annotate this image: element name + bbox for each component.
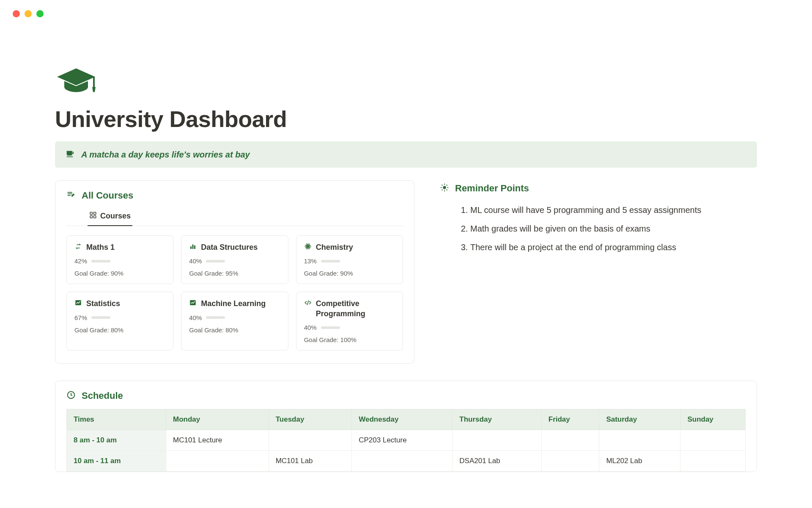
sun-icon <box>440 183 449 194</box>
course-card[interactable]: Machine Learning40%Goal Grade: 80% <box>181 292 288 351</box>
svg-rect-1 <box>90 212 92 214</box>
courses-panel: All Courses Courses Maths 142%Goal Grade… <box>55 180 414 364</box>
window-zoom-button[interactable] <box>36 10 44 17</box>
courses-tab-bar: Courses <box>66 208 403 226</box>
schedule-body: 8 am - 10 amMC101 LectureCP203 Lecture10… <box>67 430 746 472</box>
schedule-cell[interactable] <box>599 430 680 451</box>
reminders-heading: Reminder Points <box>455 183 529 194</box>
schedule-cell[interactable]: MC101 Lecture <box>166 430 269 451</box>
course-name: Maths 1 <box>86 243 115 252</box>
clock-icon <box>66 390 76 401</box>
course-progress-percent: 42% <box>74 257 87 265</box>
schedule-cell[interactable] <box>680 451 746 472</box>
bar-chart-icon <box>189 243 197 252</box>
course-name: Chemistry <box>316 243 353 252</box>
schedule-column-header: Friday <box>541 409 599 430</box>
reminder-item: ML course will have 5 programming and 5 … <box>470 201 757 219</box>
schedule-cell[interactable] <box>453 430 541 451</box>
schedule-cell[interactable] <box>352 451 453 472</box>
course-goal-grade: Goal Grade: 90% <box>304 270 395 277</box>
schedule-row: 8 am - 10 amMC101 LectureCP203 Lecture <box>67 430 746 451</box>
svg-rect-7 <box>194 246 195 249</box>
course-progress-bar <box>206 260 225 262</box>
schedule-cell[interactable]: DSA201 Lab <box>453 451 541 472</box>
course-progress-bar <box>91 316 110 319</box>
course-card[interactable]: Competitive Programming40%Goal Grade: 10… <box>296 292 403 351</box>
course-name: Data Structures <box>201 243 258 252</box>
window-minimize-button[interactable] <box>25 10 32 17</box>
course-progress-bar <box>206 316 225 319</box>
svg-line-20 <box>447 190 447 190</box>
course-goal-grade: Goal Grade: 100% <box>304 336 395 343</box>
schedule-column-header: Tuesday <box>269 409 352 430</box>
line-chart-icon <box>189 299 197 308</box>
course-progress-percent: 40% <box>304 324 317 331</box>
schedule-column-header: Thursday <box>453 409 541 430</box>
svg-line-21 <box>442 190 442 190</box>
course-progress-percent: 13% <box>304 257 317 265</box>
tab-courses-label: Courses <box>100 212 131 221</box>
course-grid: Maths 142%Goal Grade: 90%Data Structures… <box>66 235 403 351</box>
coffee-icon <box>65 149 74 160</box>
schedule-time-cell: 10 am - 11 am <box>67 451 166 472</box>
svg-line-22 <box>447 185 447 185</box>
course-card[interactable]: Chemistry13%Goal Grade: 90% <box>296 235 403 284</box>
course-card[interactable]: Statistics67%Goal Grade: 80% <box>66 292 173 351</box>
course-progress-percent: 67% <box>74 314 87 321</box>
course-goal-grade: Goal Grade: 80% <box>189 326 280 334</box>
course-progress-bar <box>321 326 340 329</box>
svg-rect-5 <box>190 246 192 249</box>
page-icon-graduation-cap <box>55 64 757 97</box>
schedule-column-header: Saturday <box>599 409 680 430</box>
code-icon <box>304 299 312 308</box>
course-progress-percent: 40% <box>189 314 202 321</box>
svg-rect-2 <box>94 212 96 214</box>
page-title: University Dashboard <box>55 106 757 132</box>
reminder-item: Math grades will be given on the basis o… <box>470 219 757 238</box>
svg-rect-3 <box>90 216 92 218</box>
course-progress-percent: 40% <box>189 257 202 265</box>
course-goal-grade: Goal Grade: 90% <box>74 270 165 277</box>
schedule-column-header: Monday <box>166 409 269 430</box>
course-card[interactable]: Data Structures40%Goal Grade: 95% <box>181 235 288 284</box>
schedule-table: TimesMondayTuesdayWednesdayThursdayFrida… <box>66 409 746 472</box>
schedule-cell[interactable]: MC101 Lab <box>269 451 352 472</box>
course-name: Competitive Programming <box>316 299 395 319</box>
schedule-cell[interactable]: CP203 Lecture <box>352 430 453 451</box>
window-close-button[interactable] <box>13 10 20 17</box>
svg-point-14 <box>443 186 446 189</box>
window-traffic-lights <box>0 0 812 17</box>
course-name: Machine Learning <box>201 299 266 309</box>
svg-rect-0 <box>93 77 95 88</box>
schedule-cell[interactable] <box>680 430 746 451</box>
tab-courses[interactable]: Courses <box>88 208 132 226</box>
schedule-column-header: Wednesday <box>352 409 453 430</box>
schedule-panel: Schedule TimesMondayTuesdayWednesdayThur… <box>55 381 757 472</box>
swap-icon <box>74 243 82 252</box>
schedule-cell[interactable] <box>269 430 352 451</box>
edit-list-icon <box>66 190 76 201</box>
course-progress-bar <box>91 260 110 262</box>
course-progress-bar <box>321 260 340 262</box>
schedule-row: 10 am - 11 amMC101 LabDSA201 LabML202 La… <box>67 451 746 472</box>
quote-callout: A matcha a day keeps life's worries at b… <box>55 141 757 168</box>
schedule-header-row: TimesMondayTuesdayWednesdayThursdayFrida… <box>67 409 746 430</box>
grid-icon <box>89 211 97 221</box>
svg-rect-4 <box>94 216 96 218</box>
schedule-heading: Schedule <box>82 390 123 401</box>
reminder-item: There will be a project at the end of pr… <box>470 238 757 257</box>
schedule-cell[interactable] <box>166 451 269 472</box>
schedule-column-header: Sunday <box>680 409 746 430</box>
course-goal-grade: Goal Grade: 80% <box>74 326 165 334</box>
schedule-cell[interactable] <box>541 430 599 451</box>
course-card[interactable]: Maths 142%Goal Grade: 90% <box>66 235 173 284</box>
schedule-cell[interactable]: ML202 Lab <box>599 451 680 472</box>
course-goal-grade: Goal Grade: 95% <box>189 270 280 277</box>
schedule-cell[interactable] <box>541 451 599 472</box>
svg-rect-6 <box>192 245 194 249</box>
atom-icon <box>304 243 312 252</box>
svg-line-19 <box>442 185 442 185</box>
quote-text: A matcha a day keeps life's worries at b… <box>81 150 250 160</box>
reminders-panel: Reminder Points ML course will have 5 pr… <box>440 180 757 364</box>
svg-point-8 <box>307 246 308 247</box>
